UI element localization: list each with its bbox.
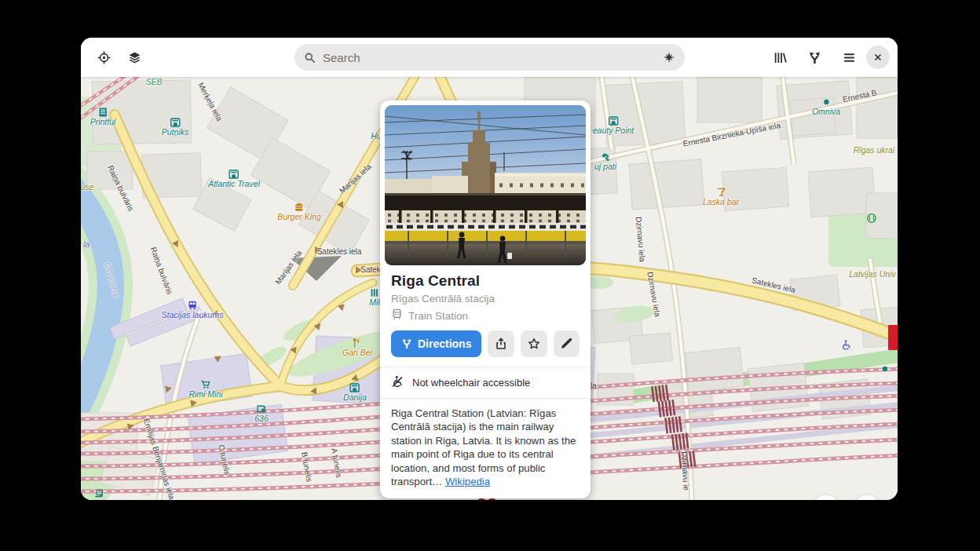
share-icon bbox=[495, 338, 507, 350]
place-photo bbox=[385, 105, 586, 265]
explore-sparkle-icon[interactable] bbox=[663, 51, 675, 64]
library-icon bbox=[773, 51, 787, 64]
search-bar[interactable] bbox=[294, 44, 685, 71]
layers-button[interactable] bbox=[121, 44, 148, 71]
place-description: Riga Central Station (Latvian: Rīgas Cen… bbox=[380, 399, 591, 498]
wikipedia-link[interactable]: Wikipedia bbox=[445, 476, 490, 487]
menu-icon bbox=[843, 51, 856, 64]
search-input[interactable] bbox=[323, 51, 663, 64]
route-icon bbox=[808, 51, 821, 64]
place-title: Riga Central bbox=[391, 272, 580, 290]
layers-icon bbox=[128, 51, 141, 64]
favorite-star-icon bbox=[528, 338, 540, 350]
place-category: Train Station bbox=[408, 310, 468, 322]
go-to-location-button[interactable] bbox=[90, 44, 117, 71]
edit-pencil-icon bbox=[560, 338, 572, 350]
train-icon bbox=[391, 308, 403, 323]
search-icon bbox=[304, 52, 316, 64]
locate-icon bbox=[97, 51, 111, 64]
route-planner-button[interactable] bbox=[801, 44, 828, 71]
place-native-name: Rīgas Centrālā stacija bbox=[391, 293, 580, 305]
not-wheelchair-accessible-icon bbox=[391, 375, 404, 390]
directions-button[interactable]: Directions bbox=[391, 330, 481, 357]
close-icon bbox=[872, 52, 883, 63]
header-bar bbox=[81, 38, 898, 77]
place-info-card: Riga Central Rīgas Centrālā stacija Trai… bbox=[380, 100, 591, 498]
route-icon bbox=[401, 338, 412, 349]
share-button[interactable] bbox=[488, 330, 514, 357]
window-close-button[interactable] bbox=[866, 46, 890, 69]
maps-app-window: SEBPrintfulPutņiksMerķeļa ielaAtlantic T… bbox=[81, 38, 898, 500]
favorite-button[interactable] bbox=[521, 330, 547, 357]
favorites-library-button[interactable] bbox=[766, 44, 793, 71]
accessibility-text: Not wheelchair accessible bbox=[412, 377, 530, 389]
edit-button[interactable] bbox=[554, 330, 580, 357]
map-canvas[interactable]: SEBPrintfulPutņiksMerķeļa ielaAtlantic T… bbox=[81, 77, 898, 500]
main-menu-button[interactable] bbox=[836, 44, 862, 71]
